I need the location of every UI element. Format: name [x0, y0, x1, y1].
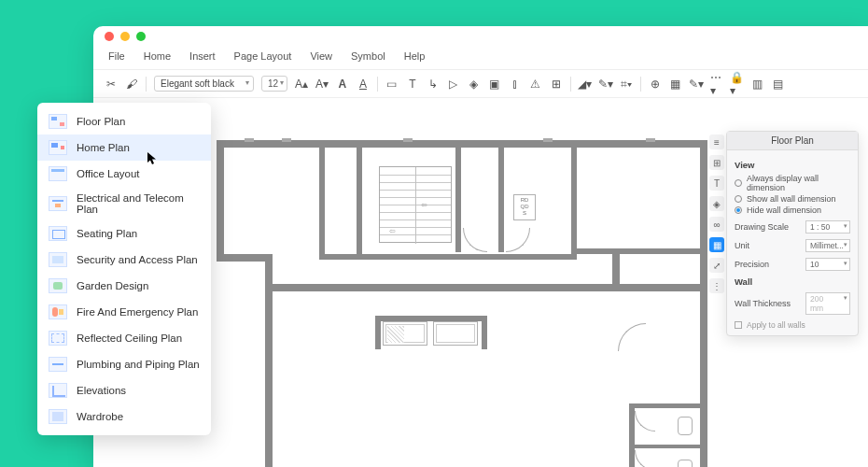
close-window-button[interactable]: [105, 32, 114, 41]
template-item-plumbing-and-piping-plan[interactable]: Plumbing and Piping Plan: [37, 351, 211, 377]
menu-help[interactable]: Help: [404, 50, 426, 62]
elevator-1: [383, 321, 427, 346]
underline-icon[interactable]: A: [357, 78, 370, 91]
text-tool-icon[interactable]: T: [406, 78, 419, 91]
warning-icon[interactable]: ⚠: [529, 78, 542, 91]
ti-ward-icon: [49, 409, 67, 424]
format-painter-icon[interactable]: 🖌: [125, 78, 138, 91]
template-item-wardrobe[interactable]: Wardrobe: [37, 403, 211, 430]
font-size-select[interactable]: 12: [261, 76, 287, 92]
template-item-home-plan[interactable]: Home Plan: [37, 134, 211, 161]
page-settings-icon[interactable]: ▥: [751, 78, 764, 91]
door-arc: [463, 228, 487, 252]
maximize-window-button[interactable]: [136, 32, 146, 41]
lock-toggle-icon[interactable]: 🔒▾: [731, 78, 744, 91]
side-hamburger-icon[interactable]: ≡: [709, 134, 724, 149]
ti-home-icon: [49, 140, 67, 155]
template-item-reflected-ceiling-plan[interactable]: Reflected Ceiling Plan: [37, 325, 211, 351]
wall-thickness-input[interactable]: 200 mm: [805, 292, 850, 315]
menu-file[interactable]: File: [108, 50, 125, 62]
template-item-elevations[interactable]: Elevations: [37, 377, 211, 403]
template-item-electrical-and-telecom-plan[interactable]: Electrical and Telecom Plan: [37, 187, 211, 220]
template-item-office-layout[interactable]: Office Layout: [37, 161, 211, 187]
stairs: ⇦ ⇦: [379, 166, 452, 243]
connector-tool-icon[interactable]: ↳: [427, 78, 440, 91]
side-link-icon[interactable]: ∞: [709, 217, 724, 232]
unit-label: Unit: [735, 241, 749, 250]
title-bar: [93, 26, 868, 47]
rectangle-tool-icon[interactable]: ▭: [385, 78, 399, 91]
cut-icon[interactable]: ✂: [105, 78, 118, 91]
template-item-floor-plan[interactable]: Floor Plan: [37, 108, 211, 134]
menu-view[interactable]: View: [310, 50, 332, 62]
template-item-garden-design[interactable]: Garden Design: [37, 273, 211, 299]
template-item-label: Elevations: [77, 385, 126, 396]
align-icon[interactable]: ⫿: [509, 78, 522, 91]
ti-elev-icon: [49, 383, 67, 398]
drawing-scale-label: Drawing Scale: [735, 222, 789, 232]
toolbar: ✂ 🖌 Elegant soft black 12 A▴ A▾ A A ▭ T …: [93, 69, 868, 98]
fill-color-icon[interactable]: ◢▾: [579, 78, 592, 91]
template-item-fire-and-emergency-plan[interactable]: Fire And Emergency Plan: [37, 299, 211, 325]
ti-fire-icon: [49, 304, 67, 319]
properties-toggle-icon[interactable]: ▤: [772, 78, 785, 91]
template-item-label: Wardrobe: [77, 411, 123, 422]
font-family-select[interactable]: Elegant soft black: [154, 76, 254, 92]
menu-home[interactable]: Home: [144, 50, 171, 62]
wall-section-label: Wall: [735, 276, 850, 287]
pointer-tool-icon[interactable]: ▷: [447, 78, 460, 91]
template-item-label: Plumbing and Piping Plan: [77, 359, 200, 370]
drawing-scale-select[interactable]: 1 : 50: [805, 220, 850, 234]
template-item-label: Electrical and Telecom Plan: [77, 192, 200, 215]
template-item-security-and-access-plan[interactable]: Security and Access Plan: [37, 247, 211, 273]
properties-title: Floor Plan: [727, 132, 858, 150]
side-floorplan-icon[interactable]: ▦: [709, 237, 724, 252]
lock-icon[interactable]: ⊞: [550, 78, 563, 91]
template-panel: Floor PlanHome PlanOffice LayoutElectric…: [37, 103, 211, 435]
toilet-1: [678, 417, 693, 435]
side-text-icon[interactable]: T: [709, 176, 724, 191]
radio-show-all[interactable]: Show all wall dimension: [735, 194, 850, 204]
room-label: RD QD S: [513, 194, 536, 220]
ti-sec-icon: [49, 252, 67, 267]
pen-icon[interactable]: ✎▾: [690, 78, 703, 91]
crop-icon[interactable]: ⌗▾: [620, 78, 633, 91]
minimize-window-button[interactable]: [120, 32, 130, 41]
side-grid-icon[interactable]: ⊞: [709, 155, 724, 170]
menu-bar: File Home Insert Page Layout View Symbol…: [93, 47, 868, 69]
unit-select[interactable]: Millimet...: [805, 239, 850, 252]
template-item-label: Seating Plan: [77, 228, 137, 239]
group-icon[interactable]: ▣: [488, 78, 501, 91]
door-arc: [506, 228, 530, 252]
increase-font-icon[interactable]: A▴: [295, 78, 308, 91]
apply-all-walls-checkbox[interactable]: Apply to all walls: [735, 320, 850, 330]
precision-select[interactable]: 10: [805, 258, 850, 271]
side-expand-icon[interactable]: ⤢: [709, 258, 724, 273]
decrease-font-icon[interactable]: A▾: [315, 78, 329, 91]
toilet-2: [678, 460, 693, 467]
template-item-label: Home Plan: [77, 142, 130, 153]
template-item-label: Security and Access Plan: [77, 254, 198, 265]
door-arc: [635, 450, 655, 467]
side-layers-icon[interactable]: ◈: [709, 196, 724, 211]
template-item-seating-plan[interactable]: Seating Plan: [37, 220, 211, 247]
ellipsis-icon[interactable]: ⋯▾: [710, 78, 723, 91]
fit-icon[interactable]: ▦: [669, 78, 682, 91]
layers-icon[interactable]: ◈: [468, 78, 481, 91]
side-dotted-icon[interactable]: ⋮: [709, 278, 724, 293]
radio-hide[interactable]: Hide wall dimension: [735, 205, 850, 215]
side-tool-strip: ≡ ⊞ T ◈ ∞ ▦ ⤢ ⋮: [709, 134, 724, 293]
radio-always-display[interactable]: Always display wall dimension: [735, 174, 850, 192]
menu-symbol[interactable]: Symbol: [351, 50, 385, 62]
template-item-label: Floor Plan: [77, 116, 125, 127]
line-color-icon[interactable]: ✎▾: [599, 78, 612, 91]
ti-office-icon: [49, 166, 67, 181]
properties-panel: Floor Plan View Always display wall dime…: [726, 131, 859, 336]
menu-insert[interactable]: Insert: [189, 50, 216, 62]
menu-page-layout[interactable]: Page Layout: [234, 50, 292, 62]
bold-icon[interactable]: A: [336, 78, 349, 91]
door-arc: [618, 323, 646, 351]
ti-floor-icon: [49, 114, 67, 129]
zoom-in-icon[interactable]: ⊕: [649, 78, 662, 91]
ti-garden-icon: [49, 278, 67, 293]
